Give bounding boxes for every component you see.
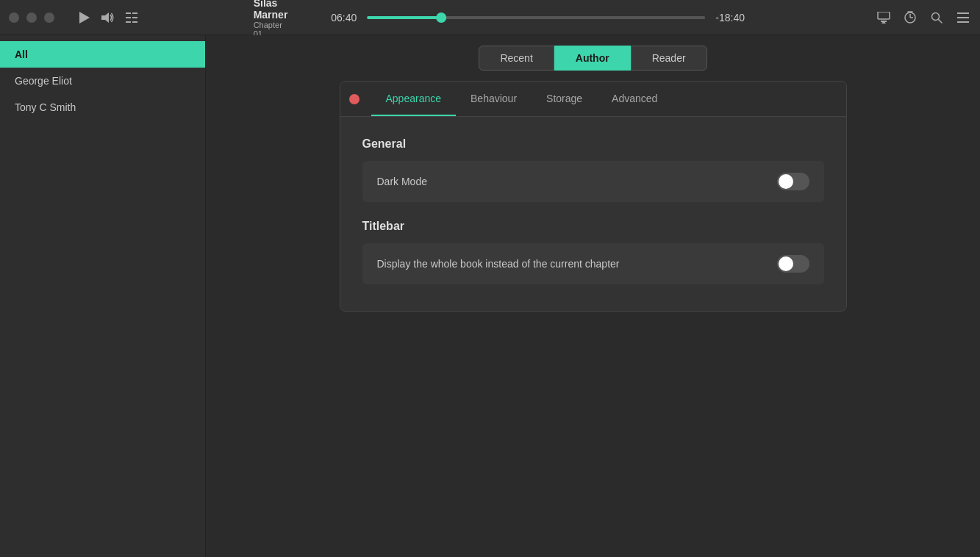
display-whole-book-toggle-knob — [779, 256, 793, 271]
prefs-tabs: Appearance Behaviour Storage Advanced — [340, 82, 846, 117]
sidebar-item-all[interactable]: All — [0, 41, 205, 68]
dark-mode-toggle[interactable] — [777, 173, 809, 190]
chapters-icon[interactable] — [124, 10, 140, 26]
svg-line-16 — [939, 19, 943, 23]
tab-reader[interactable]: Reader — [631, 46, 707, 71]
display-whole-book-row: Display the whole book instead of the cu… — [362, 243, 824, 284]
dark-mode-toggle-knob — [779, 174, 793, 189]
traffic-light-3[interactable] — [44, 12, 54, 23]
progress-thumb[interactable] — [437, 12, 447, 23]
time-current: 06:40 — [327, 12, 357, 24]
menu-icon[interactable] — [955, 10, 971, 26]
general-section-title: General — [362, 137, 824, 151]
sleep-icon[interactable] — [902, 10, 918, 26]
content-area: Recent Author Reader Appearance Behaviou… — [206, 35, 980, 557]
sidebar: All George Eliot Tony C Smith — [0, 35, 206, 557]
time-remaining: -18:40 — [715, 12, 756, 24]
svg-rect-9 — [878, 12, 890, 19]
main-layout: All George Eliot Tony C Smith Recent Aut… — [0, 35, 980, 557]
prefs-close-button[interactable] — [349, 94, 360, 104]
svg-rect-17 — [957, 12, 969, 14]
progress-fill — [367, 16, 441, 19]
display-whole-book-label: Display the whole book instead of the cu… — [377, 258, 620, 270]
volume-icon[interactable] — [100, 10, 116, 26]
tab-bar: Recent Author Reader — [206, 35, 980, 81]
svg-rect-18 — [957, 17, 969, 18]
dark-mode-label: Dark Mode — [377, 176, 427, 187]
prefs-tab-appearance[interactable]: Appearance — [371, 82, 457, 116]
svg-rect-10 — [881, 21, 887, 22]
display-whole-book-toggle[interactable] — [777, 255, 809, 273]
traffic-light-2[interactable] — [26, 12, 37, 23]
prefs-tab-advanced[interactable]: Advanced — [597, 82, 672, 116]
topbar-right-icons — [876, 10, 971, 26]
airplay-icon[interactable] — [876, 10, 892, 26]
sidebar-item-george-eliot[interactable]: George Eliot — [0, 68, 205, 94]
prefs-tab-storage[interactable]: Storage — [532, 82, 597, 116]
play-icon[interactable] — [76, 10, 93, 26]
svg-rect-5 — [126, 17, 131, 18]
topbar: Silas Marner Chapter 01 06:40 -18:40 — [0, 0, 980, 35]
svg-rect-1 — [101, 15, 105, 20]
svg-rect-6 — [132, 17, 137, 18]
book-title-area: Silas Marner Chapter 01 — [254, 0, 288, 38]
tab-recent[interactable]: Recent — [479, 46, 554, 71]
topbar-inner: Silas Marner Chapter 01 06:40 -18:40 — [9, 10, 971, 26]
window-controls — [9, 10, 140, 26]
svg-rect-3 — [126, 12, 131, 14]
titlebar-section-title: Titlebar — [362, 220, 824, 233]
prefs-tab-behaviour[interactable]: Behaviour — [456, 82, 532, 116]
dark-mode-row: Dark Mode — [362, 161, 824, 202]
tab-author[interactable]: Author — [554, 46, 631, 71]
traffic-light-1[interactable] — [9, 12, 19, 23]
svg-marker-2 — [105, 12, 109, 23]
book-title: Silas Marner — [254, 0, 288, 21]
svg-rect-19 — [957, 21, 969, 23]
search-icon[interactable] — [929, 10, 945, 26]
svg-rect-4 — [132, 12, 137, 14]
svg-rect-8 — [132, 21, 137, 23]
prefs-panel: Appearance Behaviour Storage Advanced Ge… — [340, 81, 847, 312]
progress-bar[interactable] — [367, 16, 705, 19]
sidebar-item-tony-c-smith[interactable]: Tony C Smith — [0, 94, 205, 121]
prefs-content: General Dark Mode Titlebar Display the w… — [340, 117, 846, 311]
svg-marker-0 — [79, 12, 90, 24]
titlebar-section: Titlebar Display the whole book instead … — [362, 220, 824, 284]
svg-rect-7 — [126, 21, 131, 23]
